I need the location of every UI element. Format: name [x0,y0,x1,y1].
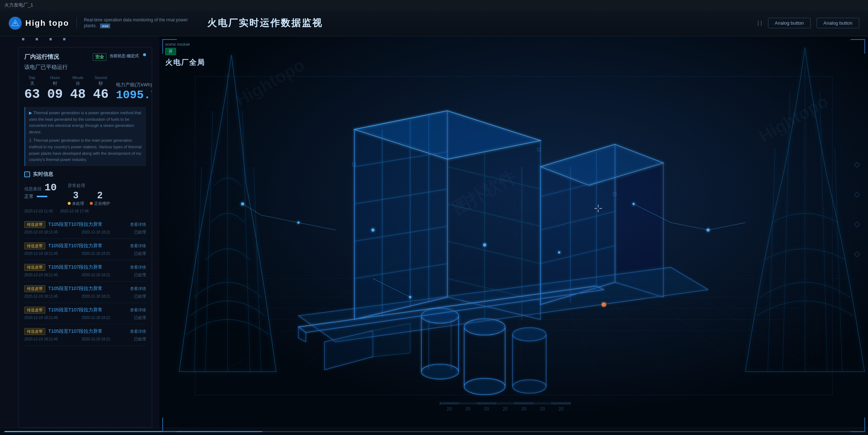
alert-action-link[interactable]: 查看详情 [130,265,146,270]
status-dot [143,53,146,56]
svg-text:20: 20 [502,406,508,411]
alert-time2: 2020-12-18 18:21 [82,294,110,298]
svg-rect-91 [514,402,533,405]
nav-tabs: ■ ■ ■ ■ [22,36,66,43]
corner-tl [162,39,177,54]
alert-title: T105段至T107段拉力异常 [48,328,130,335]
alert-title: T105段至T107段拉力异常 [48,307,130,313]
alert-item: 传送皮带 T105段至T107段拉力异常 查看详情 2020-12-19 18:… [24,260,146,282]
sidebar: 厂内运行情况 安全 当前状态:稳定式 该电厂已平稳运行 Day 天 63 Hou… [18,47,152,428]
svg-rect-88 [459,402,477,405]
alert-time1: 2020-12-19 18:11:45 [24,294,58,298]
info-count-section: 信息条目 10 正常 [24,182,57,206]
alert-status: 已处理 [134,251,146,256]
section-title-text: 厂内运行情况 [24,53,59,61]
realtime-icon: □ [24,171,30,177]
alert-title: T105段至T107段拉力异常 [48,243,130,249]
svg-text:20: 20 [540,406,545,411]
alert-time1: 2020-12-19 18:11:45 [24,273,58,277]
nav-tab-2[interactable]: ■ [36,36,38,43]
nav-tab-3[interactable]: ■ [49,36,52,43]
analog-button-2[interactable]: Analog button [817,18,859,28]
sidebar-section-title: 厂内运行情况 安全 当前状态:稳定式 [24,53,146,61]
alert-action-link[interactable]: 查看详情 [130,243,146,249]
svg-point-83 [602,302,606,307]
orange-dot [90,202,93,205]
nav-tab-4[interactable]: ■ [63,36,66,43]
alert-item: 传送皮带 T105段至T107段拉力异常 查看详情 2020-12-19 18:… [24,303,146,324]
alert-type: 传送皮带 [24,307,45,314]
svg-point-65 [513,380,546,393]
alert-action-link[interactable]: 查看详情 [130,329,146,334]
svg-text:20: 20 [559,406,564,411]
svg-point-78 [483,244,486,246]
svg-rect-93 [552,402,570,405]
svg-rect-89 [477,402,496,405]
yellow-dot [68,202,71,205]
title-bar: 火力发电厂_1 [0,0,868,10]
alert-type: 传送皮带 [24,264,45,271]
corner-br [851,418,865,432]
alert-status: 已处理 [134,294,146,299]
svg-text:20: 20 [484,406,489,411]
stable-text: 该电厂已平稳运行 [24,64,146,71]
alert-item: 传送皮带 T105段至T107段拉力异常 查看详情 2020-12-19 18:… [24,324,146,346]
header-subtitle: Real-time operation data monitoring of t… [84,17,200,29]
description-box: ▶Thermal power generation is a power gen… [24,107,146,166]
window-title: 火力发电厂_1 [4,2,33,8]
building-scene-svg: 20 20 20 20 20 20 20 [159,36,868,435]
tag-safe: 安全 [93,53,107,61]
alert-item: 传送皮带 T105段至T107段拉力异常 查看详情 2020-12-19 18:… [24,239,146,260]
progress-fill [4,431,262,432]
alert-action-link[interactable]: 查看详情 [130,222,146,227]
alert-status: 已处理 [134,336,146,342]
alert-time2: 2020-12-18 18:21 [82,273,110,277]
svg-text:20: 20 [521,406,526,411]
svg-rect-92 [533,402,551,405]
alert-action-link[interactable]: 查看详情 [130,286,146,291]
logo-area: High topo [9,17,69,30]
viewport: scene module 开 火电厂全局 Hightopo 图扑软件 Hight… [159,36,868,435]
alert-type: 传送皮带 [24,243,45,249]
alert-status: 已处理 [134,272,146,278]
alerts-list: 传送皮带 T105段至T107段拉力异常 查看详情 2020-12-19 18:… [24,218,146,346]
alert-status: 已处理 [134,315,146,320]
anomaly-section: 异常处理 3 未处理 2 正在维护 [68,182,110,206]
alert-time2: 2020-12-18 18:21 [82,337,110,341]
alert-action-link[interactable]: 查看详情 [130,307,146,313]
alert-item: 传送皮带 T105段至T107段拉力异常 查看详情 2020-12-19 18:… [24,282,146,303]
svg-rect-90 [496,402,514,405]
svg-point-79 [558,251,560,253]
analog-button-1[interactable]: Analog button [768,18,811,28]
alert-title: T105段至T107段拉力异常 [48,264,130,270]
scene-main-label: 火电厂全局 [165,58,205,67]
svg-rect-87 [440,402,458,405]
svg-point-72 [241,203,244,206]
svg-point-1 [14,22,16,24]
svg-point-75 [633,203,635,205]
corner-bl [162,418,177,432]
section-tags: 安全 当前状态:稳定式 [93,53,146,61]
metric-day: Day 天 63 [24,76,40,101]
logo-text: High topo [25,18,69,28]
alert-type: 传送皮带 [24,221,45,228]
header-right: | | Analog button Analog button [758,18,859,28]
bottom-bar [0,428,868,435]
alert-time1: 2020-12-19 18:11:45 [24,316,58,320]
progress-bar [4,431,864,432]
nav-tab-1[interactable]: ■ [22,36,25,43]
metric-min: Minute 分 48 [70,76,85,101]
alert-time2: 2020-12-18 18:21 [82,230,110,234]
alert-type: 传送皮带 [24,285,45,292]
metric-sec: Second 秒 46 [93,76,109,101]
corner-tr [851,39,865,54]
metrics-row: Day 天 63 Hours 时 09 Minute 分 48 Second 秒… [24,76,146,101]
alert-time1: 2020-12-19 18:11:45 [24,337,58,341]
svg-point-76 [707,228,710,231]
alert-type: 传送皮带 [24,328,45,335]
alert-time2: 2020-12-18 18:21 [82,252,110,256]
alert-item: 传送皮带 T105段至T107段拉力异常 查看详情 2020-12-19 18:… [24,218,146,239]
realtime-title: 实时信息 [33,171,53,178]
header: High topo Real-time operation data monit… [0,10,868,36]
metric-power: 电力产能(万kWh) 1095.71 [116,82,152,101]
